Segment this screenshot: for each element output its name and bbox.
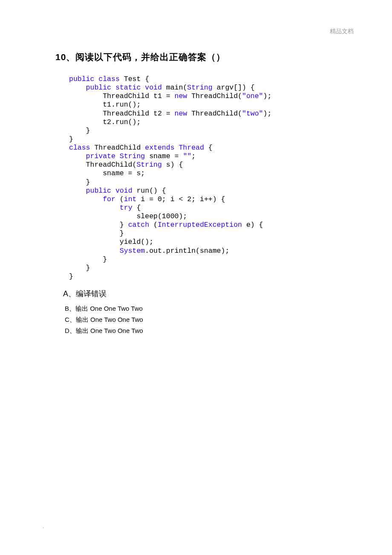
code-token: ThreadChild t2 = xyxy=(69,110,175,118)
code-token: ); xyxy=(263,110,272,118)
code-token: } xyxy=(69,255,107,263)
code-token: { xyxy=(204,144,213,152)
code-token: String xyxy=(120,152,145,160)
code-token xyxy=(69,247,120,255)
code-token: Thread xyxy=(179,144,204,152)
code-token: "" xyxy=(183,152,191,160)
footer-marker: . xyxy=(43,523,44,529)
code-token xyxy=(69,195,103,203)
code-token: ThreadChild xyxy=(94,144,145,152)
code-token: ( xyxy=(120,195,124,203)
code-token: class xyxy=(69,144,94,152)
code-token: String xyxy=(187,84,212,92)
code-token: System xyxy=(120,247,145,255)
answer-option-d: D、输出 One Two One Two xyxy=(65,327,337,335)
code-token: for xyxy=(103,195,120,203)
code-token: run() { xyxy=(136,187,166,195)
code-token: ; xyxy=(191,152,196,160)
code-token: t2.run(); xyxy=(69,118,141,126)
code-token: String xyxy=(136,161,161,169)
code-token: i = 0; i < 2; i++) { xyxy=(136,195,225,203)
code-token: main( xyxy=(166,84,187,92)
answer-option-c: C、输出 One Two One Two xyxy=(65,316,337,324)
code-token: public class xyxy=(69,75,124,83)
document-body: 10、阅读以下代码，并给出正确答案（） public class Test { … xyxy=(0,0,392,335)
code-token: sname = s; xyxy=(69,169,145,177)
code-token: s) { xyxy=(162,161,183,169)
code-block: public class Test { public static void m… xyxy=(69,75,337,281)
code-token: public static void xyxy=(86,84,166,92)
code-token: Test { xyxy=(124,75,149,83)
code-token: extends xyxy=(145,144,179,152)
code-token: ThreadChild( xyxy=(187,110,242,118)
code-token xyxy=(69,84,86,92)
code-token: sname = xyxy=(145,152,183,160)
code-token xyxy=(69,187,86,195)
code-token: new xyxy=(175,110,187,118)
code-token: } xyxy=(69,178,90,186)
code-token: } xyxy=(69,264,90,272)
code-token: new xyxy=(175,92,187,100)
code-token xyxy=(69,204,120,212)
code-token: ThreadChild( xyxy=(69,161,136,169)
code-token: } xyxy=(69,229,124,237)
code-token: int xyxy=(124,195,137,203)
code-token: } xyxy=(69,272,73,280)
code-token: catch xyxy=(128,221,153,229)
code-token: t1.run(); xyxy=(69,101,141,109)
code-token: ); xyxy=(263,92,272,100)
code-token: try xyxy=(120,204,133,212)
code-token: } xyxy=(69,221,128,229)
code-token: .out.println(sname); xyxy=(145,247,229,255)
code-token: e) { xyxy=(242,221,263,229)
code-token: ( xyxy=(153,221,158,229)
watermark-text: 精品文档 xyxy=(330,28,354,35)
code-token: InterruptedException xyxy=(158,221,242,229)
code-token: "one" xyxy=(242,92,263,100)
code-token: ThreadChild( xyxy=(187,92,242,100)
code-token: { xyxy=(133,204,141,212)
code-token: argv[]) { xyxy=(213,84,255,92)
code-token: } xyxy=(69,127,90,135)
code-token: private xyxy=(86,152,120,160)
code-token: yield(); xyxy=(69,238,153,246)
code-token: ThreadChild t1 = xyxy=(69,92,175,100)
question-title: 10、阅读以下代码，并给出正确答案（） xyxy=(55,51,337,63)
code-token xyxy=(69,152,86,160)
answer-option-b: B、输出 One One Two Two xyxy=(65,305,337,313)
code-token: } xyxy=(69,135,73,143)
code-token: "two" xyxy=(242,110,263,118)
code-token: public void xyxy=(86,187,137,195)
answer-option-a: A、编译错误 xyxy=(63,289,337,299)
code-token: sleep(1000); xyxy=(69,212,187,220)
